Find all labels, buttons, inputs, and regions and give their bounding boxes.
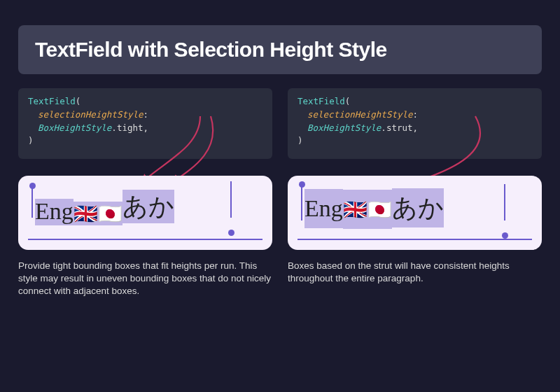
code-class: TextField <box>298 96 345 106</box>
code-value: tight <box>117 122 144 133</box>
text-run: Eng 🇬🇧🇯🇵 あか <box>32 188 258 234</box>
code-type: BoxHeightStyle <box>307 122 381 133</box>
page-title: TextField with Selection Height Style <box>35 38 525 62</box>
code-param: selectionHeightStyle <box>307 109 413 120</box>
caption-strut: Boxes based on the strut will have consi… <box>288 260 542 285</box>
segment-jp: あか <box>122 188 174 225</box>
cursor-icon <box>230 181 232 218</box>
preview-strut: Eng 🇬🇧🇯🇵 あか <box>288 176 542 250</box>
column-tight: TextField( selectionHeightStyle: BoxHeig… <box>18 88 272 298</box>
code-type: BoxHeightStyle <box>38 122 111 133</box>
segment-latin: Eng <box>35 196 74 227</box>
text-run: Eng 🇬🇧🇯🇵 あか <box>302 188 528 234</box>
column-strut: TextField( selectionHeightStyle: BoxHeig… <box>288 88 542 298</box>
baseline-rule <box>298 239 532 240</box>
code-value: strut <box>386 122 413 133</box>
segment-latin: Eng <box>304 189 343 228</box>
selection-handle-icon <box>228 230 234 236</box>
selection-handle-icon <box>502 232 508 239</box>
caption-tight: Provide tight bounding boxes that fit he… <box>18 260 272 298</box>
columns: TextField( selectionHeightStyle: BoxHeig… <box>0 88 560 298</box>
code-block-strut: TextField( selectionHeightStyle: BoxHeig… <box>288 88 542 159</box>
preview-tight: Eng 🇬🇧🇯🇵 あか <box>18 176 272 250</box>
code-param: selectionHeightStyle <box>38 109 144 120</box>
segment-jp: あか <box>392 188 444 227</box>
segment-flags: 🇬🇧🇯🇵 <box>343 190 392 229</box>
code-block-tight: TextField( selectionHeightStyle: BoxHeig… <box>18 88 272 159</box>
baseline-rule <box>28 239 262 240</box>
code-class: TextField <box>28 96 76 106</box>
title-bar: TextField with Selection Height Style <box>18 25 542 74</box>
segment-flags: 🇬🇧🇯🇵 <box>74 202 122 225</box>
cursor-icon <box>504 184 505 220</box>
